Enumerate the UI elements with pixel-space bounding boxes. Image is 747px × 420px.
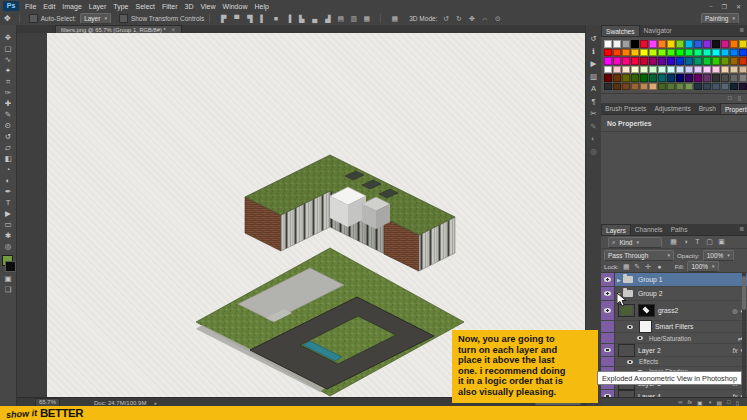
menu-type[interactable]: Type bbox=[113, 3, 128, 10]
move-tool[interactable]: ✥ bbox=[1, 32, 16, 43]
filter-type-icon-3[interactable]: ▢ bbox=[705, 238, 714, 246]
notes-icon[interactable]: ✎ bbox=[590, 121, 596, 134]
color-swatch[interactable] bbox=[604, 40, 612, 48]
color-swatch[interactable] bbox=[640, 49, 648, 57]
visibility-column[interactable] bbox=[601, 301, 615, 320]
character-icon[interactable]: A bbox=[591, 83, 596, 96]
color-swatch[interactable] bbox=[604, 66, 612, 74]
layer-row-layer-2[interactable]: Layer 2fx▾ bbox=[601, 344, 747, 357]
tab-brush-presets[interactable]: Brush Presets bbox=[601, 103, 650, 114]
color-swatch[interactable] bbox=[739, 74, 747, 82]
color-swatch[interactable] bbox=[730, 74, 738, 82]
layer-row-effects[interactable]: Effects bbox=[601, 357, 747, 367]
visibility-column[interactable] bbox=[601, 273, 615, 286]
align-icon-3[interactable]: ▌ bbox=[258, 15, 267, 23]
3d-mode-icon-1[interactable]: ↻ bbox=[454, 15, 463, 23]
tab-swatches[interactable]: Swatches bbox=[601, 25, 640, 36]
tab-navigator[interactable]: Navigator bbox=[640, 25, 676, 36]
align-icon-2[interactable]: ▜ bbox=[245, 15, 254, 23]
eye-icon[interactable] bbox=[627, 360, 633, 364]
quick-mask-icon[interactable]: ▣ bbox=[1, 273, 16, 284]
color-swatch[interactable] bbox=[649, 66, 657, 74]
marquee-tool[interactable]: ▢ bbox=[1, 43, 16, 54]
magic-wand-tool[interactable]: ✦ bbox=[1, 65, 16, 76]
color-swatch[interactable] bbox=[739, 57, 747, 65]
color-swatch[interactable] bbox=[739, 66, 747, 74]
color-swatch[interactable] bbox=[631, 74, 639, 82]
align-icon-11[interactable]: ▦ bbox=[362, 15, 371, 23]
color-swatch[interactable] bbox=[703, 66, 711, 74]
tab-paths[interactable]: Paths bbox=[667, 224, 692, 235]
shape-tool[interactable]: ▭ bbox=[1, 219, 16, 230]
menu-file[interactable]: File bbox=[25, 3, 36, 10]
layer-style-icon[interactable]: fx bbox=[687, 399, 692, 405]
color-swatch[interactable] bbox=[685, 40, 693, 48]
color-swatch[interactable] bbox=[631, 66, 639, 74]
color-swatch[interactable] bbox=[730, 40, 738, 48]
menu-3d[interactable]: 3D bbox=[185, 3, 194, 10]
hand-tool[interactable]: ✱ bbox=[1, 230, 16, 241]
delete-layer-icon[interactable]: ▯ bbox=[736, 399, 739, 406]
visibility-column[interactable] bbox=[601, 344, 615, 356]
color-swatch[interactable] bbox=[703, 83, 711, 91]
color-swatch[interactable] bbox=[658, 83, 666, 91]
align-icon-4[interactable]: ■ bbox=[271, 15, 280, 23]
layer-filter-dropdown[interactable]: ⌕Kind▾ bbox=[608, 237, 662, 248]
color-swatch[interactable] bbox=[604, 49, 612, 57]
clone-stamp-tool[interactable]: ⊙ bbox=[1, 120, 16, 131]
color-swatch[interactable] bbox=[667, 66, 675, 74]
lock-icon-2[interactable]: ✛ bbox=[644, 263, 653, 271]
add-mask-icon[interactable]: ▣ bbox=[697, 399, 703, 406]
color-swatch[interactable] bbox=[604, 83, 612, 91]
color-swatch[interactable] bbox=[694, 49, 702, 57]
color-swatch[interactable] bbox=[658, 40, 666, 48]
layer-row-smart-filters[interactable]: Smart Filters bbox=[601, 321, 747, 333]
color-swatch[interactable] bbox=[604, 57, 612, 65]
panel-menu-icon[interactable]: ≣ bbox=[739, 25, 747, 36]
menu-filter[interactable]: Filter bbox=[162, 3, 178, 10]
align-icon-7[interactable]: ▄ bbox=[310, 15, 319, 23]
color-swatch[interactable] bbox=[658, 57, 666, 65]
color-swatch[interactable] bbox=[730, 66, 738, 74]
lock-icon-3[interactable]: ● bbox=[655, 263, 664, 271]
color-swatch[interactable] bbox=[703, 57, 711, 65]
3d-mode-icon-2[interactable]: ✥ bbox=[467, 15, 476, 23]
color-swatch[interactable] bbox=[676, 49, 684, 57]
color-swatch[interactable] bbox=[613, 40, 621, 48]
visibility-column[interactable] bbox=[601, 287, 615, 300]
color-swatch[interactable] bbox=[712, 66, 720, 74]
color-swatch[interactable] bbox=[676, 57, 684, 65]
eye-icon[interactable] bbox=[604, 277, 611, 282]
minimize-icon[interactable]: – bbox=[709, 3, 712, 10]
status-arrow-icon[interactable]: ▸ bbox=[154, 400, 157, 406]
color-swatch[interactable] bbox=[613, 83, 621, 91]
color-swatch[interactable] bbox=[694, 74, 702, 82]
color-swatch[interactable] bbox=[640, 57, 648, 65]
menu-edit[interactable]: Edit bbox=[43, 3, 55, 10]
color-swatch[interactable] bbox=[703, 40, 711, 48]
layer-row-hue-saturation[interactable]: Hue/Saturation⇄ bbox=[601, 333, 747, 344]
color-swatch[interactable] bbox=[676, 83, 684, 91]
color-swatch[interactable] bbox=[730, 83, 738, 91]
color-swatch[interactable] bbox=[721, 74, 729, 82]
color-swatch[interactable] bbox=[622, 57, 630, 65]
clone-source-icon[interactable]: ✂ bbox=[590, 108, 596, 121]
fill-field[interactable]: 100%▾ bbox=[687, 261, 718, 272]
eyedropper-tool[interactable]: ✑ bbox=[1, 87, 16, 98]
tab-layers[interactable]: Layers bbox=[601, 224, 631, 235]
align-icon-8[interactable]: ▟ bbox=[323, 15, 332, 23]
color-swatch[interactable] bbox=[730, 57, 738, 65]
color-swatch[interactable] bbox=[721, 40, 729, 48]
align-icon-1[interactable]: ▀ bbox=[232, 15, 241, 23]
brush-tool[interactable]: ✎ bbox=[1, 109, 16, 120]
align-icon-6[interactable]: ▙ bbox=[297, 15, 306, 23]
color-swatch[interactable] bbox=[694, 57, 702, 65]
color-swatch[interactable] bbox=[649, 74, 657, 82]
measurement-log-icon[interactable]: ◐ bbox=[591, 133, 596, 146]
color-swatch[interactable] bbox=[676, 40, 684, 48]
menu-image[interactable]: Image bbox=[62, 3, 81, 10]
3d-mode-icon-4[interactable]: ⊙ bbox=[493, 15, 502, 23]
layer-row-group-1[interactable]: ▶Group 1 bbox=[601, 273, 747, 287]
color-swatch[interactable] bbox=[694, 66, 702, 74]
blend-mode-dropdown[interactable]: Pass Through▾ bbox=[604, 250, 674, 261]
